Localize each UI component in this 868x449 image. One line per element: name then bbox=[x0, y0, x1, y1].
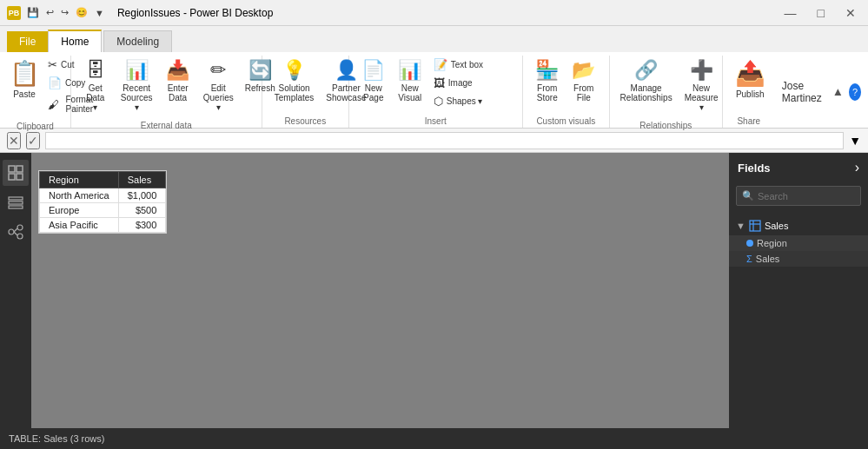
fields-header: Fields › bbox=[729, 153, 868, 182]
relationships-label: Relationships bbox=[617, 119, 715, 132]
svg-rect-4 bbox=[9, 197, 23, 200]
window-title: RegionIssues - Power BI Desktop bbox=[117, 7, 273, 19]
ribbon-group-clipboard: 📋 Paste ✂ Cut 📄 Copy 🖌 Format Painter Cl… bbox=[0, 56, 71, 128]
table-row: Asia Pacific $300 bbox=[40, 218, 166, 233]
cell-region-1: North America bbox=[40, 188, 119, 203]
close-button[interactable]: ✕ bbox=[840, 4, 861, 22]
column-header-region: Region bbox=[40, 172, 119, 188]
svg-point-7 bbox=[9, 229, 14, 234]
ribbon-group-insert: 📄 New Page 📊 New Visual 📝 Text box 🖼 Ima… bbox=[349, 56, 523, 128]
undo-button[interactable]: ↩ bbox=[43, 5, 56, 20]
status-bar: TABLE: Sales (3 rows) bbox=[0, 428, 868, 449]
app-icon: PB bbox=[7, 6, 21, 20]
svg-rect-5 bbox=[9, 201, 23, 204]
from-file-button[interactable]: 📂 From File bbox=[567, 56, 601, 106]
model-view-button[interactable] bbox=[3, 219, 29, 245]
field-table-sales: ▼ Sales Region Σ Sales bbox=[729, 216, 868, 267]
from-store-icon: 🏪 bbox=[535, 59, 559, 82]
formula-confirm-button[interactable]: ✓ bbox=[26, 132, 40, 149]
dropdown-button[interactable]: ▼ bbox=[92, 6, 107, 20]
help-button[interactable]: ? bbox=[849, 83, 861, 101]
edit-queries-button[interactable]: ✏ Edit Queries ▾ bbox=[197, 56, 240, 116]
user-chevron[interactable]: ▲ bbox=[832, 85, 844, 98]
custom-visuals-items: 🏪 From Store 📂 From File bbox=[530, 56, 601, 115]
fields-search-input[interactable] bbox=[758, 191, 855, 201]
formula-cancel-button[interactable]: ✕ bbox=[7, 132, 21, 149]
insert-label: Insert bbox=[356, 115, 515, 128]
solution-templates-button[interactable]: 💡 Solution Templates bbox=[269, 56, 320, 106]
svg-point-8 bbox=[17, 225, 23, 230]
formula-input-area[interactable] bbox=[45, 132, 844, 149]
custom-visuals-label: Custom visuals bbox=[530, 115, 602, 128]
cell-region-3: Asia Pacific bbox=[40, 218, 119, 233]
formula-expand-button[interactable]: ▼ bbox=[849, 134, 861, 148]
table-name-sales: Sales bbox=[765, 221, 789, 231]
tab-modeling[interactable]: Modeling bbox=[103, 30, 172, 52]
paste-button[interactable]: 📋 Paste bbox=[7, 56, 42, 102]
tab-bar: File Home Modeling bbox=[0, 26, 868, 52]
maximize-button[interactable]: □ bbox=[812, 4, 830, 22]
recent-sources-button[interactable]: 📊 Recent Sources ▾ bbox=[115, 56, 159, 116]
dimension-dot bbox=[746, 240, 753, 247]
shapes-button[interactable]: ⬡ Shapes ▾ bbox=[429, 92, 487, 110]
publish-button[interactable]: 📤 Publish bbox=[730, 56, 771, 102]
enter-data-button[interactable]: 📥 Enter Data bbox=[161, 56, 195, 106]
title-bar: PB 💾 ↩ ↪ 😊 ▼ RegionIssues - Power BI Des… bbox=[0, 0, 868, 26]
text-box-button[interactable]: 📝 Text box bbox=[429, 56, 487, 74]
new-visual-button[interactable]: 📊 New Visual bbox=[393, 56, 427, 106]
save-button[interactable]: 💾 bbox=[24, 5, 42, 20]
image-button[interactable]: 🖼 Image bbox=[429, 74, 487, 92]
new-measure-button[interactable]: ➕ New Measure ▾ bbox=[677, 56, 725, 116]
from-file-icon: 📂 bbox=[572, 59, 595, 82]
expand-icon: ▼ bbox=[736, 221, 745, 231]
recent-sources-icon: 📊 bbox=[125, 59, 149, 82]
share-items: 📤 Publish bbox=[730, 56, 771, 115]
new-page-button[interactable]: 📄 New Page bbox=[356, 56, 391, 106]
svg-rect-12 bbox=[750, 221, 760, 231]
fields-panel: Fields › 🔍 ▼ Sales Region Σ Sales bbox=[729, 153, 868, 428]
enter-data-icon: 📥 bbox=[166, 59, 189, 82]
window-controls: — □ ✕ bbox=[779, 4, 861, 22]
resources-label: Resources bbox=[269, 115, 341, 128]
tab-home[interactable]: Home bbox=[48, 30, 102, 52]
field-item-sales[interactable]: Σ Sales bbox=[729, 251, 868, 267]
data-table: Region Sales North America $1,000 Europe… bbox=[38, 170, 167, 234]
fields-title: Fields bbox=[738, 162, 771, 175]
user-name: Jose Martinez bbox=[782, 80, 827, 104]
status-text: TABLE: Sales (3 rows) bbox=[9, 433, 104, 444]
minimize-button[interactable]: — bbox=[779, 4, 802, 22]
fields-search-box[interactable]: 🔍 bbox=[736, 186, 861, 206]
redo-button[interactable]: ↪ bbox=[58, 5, 71, 20]
emoji-button[interactable]: 😊 bbox=[73, 5, 90, 20]
svg-rect-6 bbox=[9, 206, 23, 208]
svg-line-11 bbox=[14, 232, 17, 235]
tab-file[interactable]: File bbox=[7, 31, 48, 52]
fields-expand-button[interactable]: › bbox=[855, 160, 859, 175]
format-painter-icon: 🖌 bbox=[48, 98, 59, 111]
from-store-button[interactable]: 🏪 From Store bbox=[530, 56, 565, 106]
data-view-button[interactable] bbox=[3, 189, 29, 215]
canvas-area: Region Sales North America $1,000 Europe… bbox=[31, 153, 729, 428]
new-visual-icon: 📊 bbox=[398, 59, 421, 82]
insert-col: 📝 Text box 🖼 Image ⬡ Shapes ▾ bbox=[429, 56, 487, 110]
insert-items: 📄 New Page 📊 New Visual 📝 Text box 🖼 Ima… bbox=[356, 56, 487, 115]
formula-bar: ✕ ✓ ▼ bbox=[0, 129, 868, 153]
field-table-header-sales[interactable]: ▼ Sales bbox=[729, 216, 868, 235]
field-name-region: Region bbox=[757, 238, 787, 248]
left-sidebar bbox=[0, 153, 31, 428]
title-bar-left: PB 💾 ↩ ↪ 😊 ▼ RegionIssues - Power BI Des… bbox=[7, 5, 273, 20]
get-data-button[interactable]: 🗄 Get Data ▾ bbox=[78, 56, 113, 116]
main-layout: Region Sales North America $1,000 Europe… bbox=[0, 153, 868, 428]
ribbon-group-resources: 💡 Solution Templates 👤 Partner Showcase … bbox=[262, 56, 349, 128]
cell-sales-1: $1,000 bbox=[118, 188, 166, 203]
field-item-region[interactable]: Region bbox=[729, 235, 868, 251]
share-label: Share bbox=[730, 115, 768, 128]
ribbon-group-relationships: 🔗 Manage Relationships ➕ New Measure ▾ R… bbox=[610, 56, 723, 128]
get-data-icon: 🗄 bbox=[86, 59, 105, 82]
manage-relationships-button[interactable]: 🔗 Manage Relationships bbox=[617, 56, 676, 106]
ribbon: 📋 Paste ✂ Cut 📄 Copy 🖌 Format Painter Cl… bbox=[0, 52, 868, 129]
table-row: Europe $500 bbox=[40, 203, 166, 218]
solution-templates-icon: 💡 bbox=[282, 59, 306, 82]
measure-sigma: Σ bbox=[746, 254, 752, 264]
report-view-button[interactable] bbox=[3, 160, 29, 186]
